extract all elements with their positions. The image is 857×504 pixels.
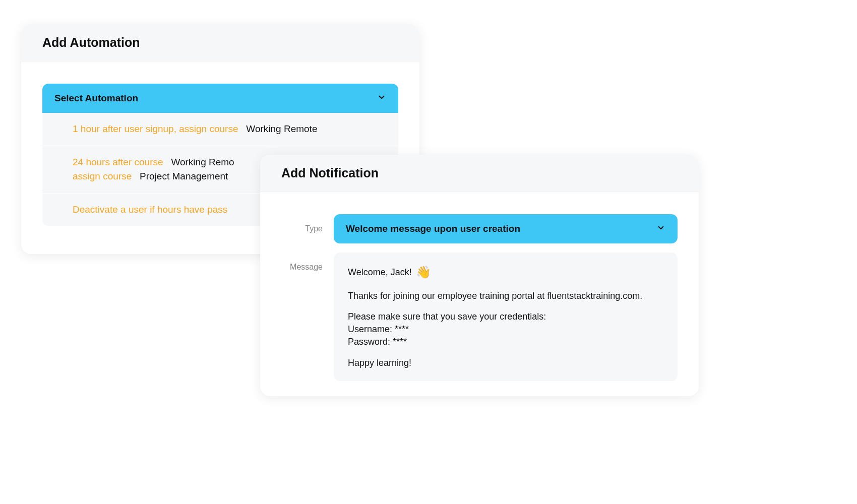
notification-card-body: Type Welcome message upon user creation … — [260, 192, 699, 396]
automation-item-3-value: hours have pass — [157, 204, 227, 215]
notification-message-textarea[interactable]: Welcome, Jack! 👋 Thanks for joining our … — [334, 253, 678, 381]
message-username-line: Username: **** — [348, 323, 663, 336]
automation-card-title: Add Automation — [42, 35, 398, 50]
chevron-down-icon — [656, 223, 665, 234]
message-closing: Happy learning! — [348, 356, 663, 369]
message-password-line: Password: **** — [348, 336, 663, 348]
notification-type-select[interactable]: Welcome message upon user creation — [334, 214, 678, 243]
notification-message-row: Message Welcome, Jack! 👋 Thanks for join… — [279, 253, 678, 381]
message-greeting-text: Welcome, Jack! — [348, 266, 412, 279]
chevron-down-icon — [377, 93, 386, 104]
automation-item-3-trigger: Deactivate a user if — [73, 204, 155, 215]
select-automation-label: Select Automation — [54, 93, 138, 104]
notification-type-selected: Welcome message upon user creation — [346, 223, 520, 234]
type-field-label: Type — [279, 214, 323, 233]
automation-card-header: Add Automation — [21, 24, 419, 61]
notification-card-header: Add Notification — [260, 155, 699, 192]
add-notification-card: Add Notification Type Welcome message up… — [260, 155, 699, 396]
automation-item-1-value: Working Remote — [246, 123, 317, 134]
automation-item-2-value1: Working Remo — [171, 157, 234, 167]
automation-item-2-value2: Project Management — [140, 171, 228, 181]
automation-item-1[interactable]: 1 hour after user signup, assign course … — [42, 113, 398, 146]
message-greeting: Welcome, Jack! 👋 — [348, 264, 663, 281]
message-credentials: Please make sure that you save your cred… — [348, 310, 663, 349]
select-automation-dropdown[interactable]: Select Automation — [42, 84, 398, 113]
automation-item-2-trigger1: 24 hours after course — [73, 157, 163, 167]
message-line1: Thanks for joining our employee training… — [348, 289, 663, 302]
notification-card-title: Add Notification — [281, 166, 678, 180]
message-field-label: Message — [279, 253, 323, 272]
automation-item-1-trigger: 1 hour after user signup, assign course — [73, 123, 238, 134]
automation-item-2-trigger2: assign course — [73, 171, 132, 181]
notification-type-row: Type Welcome message upon user creation — [279, 214, 678, 243]
message-credentials-intro: Please make sure that you save your cred… — [348, 310, 663, 323]
wave-emoji-icon: 👋 — [416, 264, 431, 281]
